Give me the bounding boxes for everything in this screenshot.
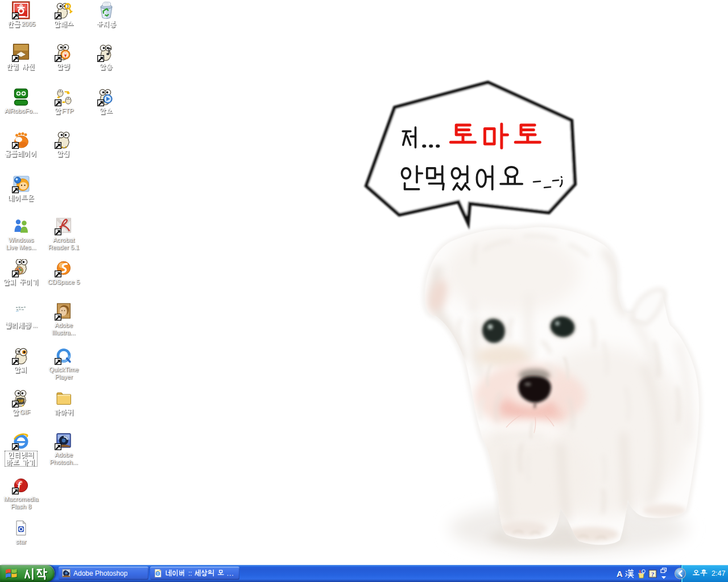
svg-text:?: ? [651,570,655,577]
